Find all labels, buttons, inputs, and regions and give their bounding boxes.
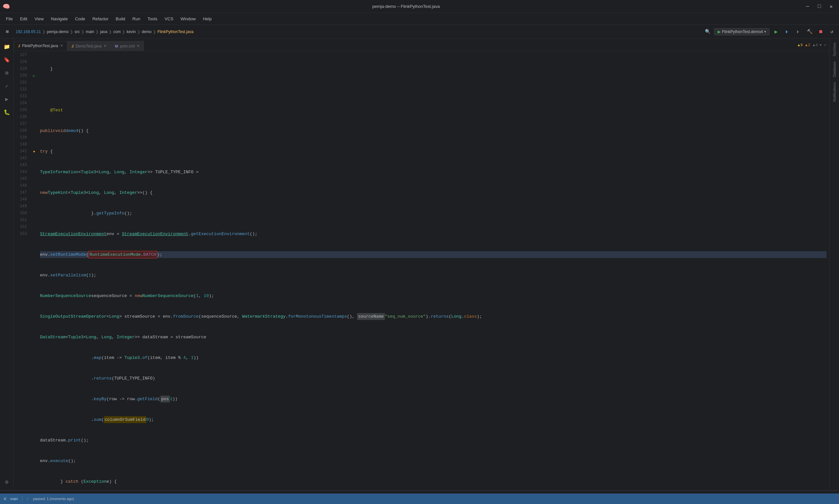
gutter-129	[31, 66, 37, 72]
breadcrumb-project[interactable]: pemja-demo	[47, 30, 69, 34]
notifications-panel[interactable]: Notifications	[831, 79, 838, 105]
git-branch[interactable]: main	[10, 497, 18, 501]
warning-dropdown[interactable]: ▾	[820, 42, 822, 47]
menu-tools[interactable]: Tools	[144, 15, 161, 23]
breadcrumb-kevin[interactable]: kevin	[126, 30, 136, 34]
menu-view[interactable]: View	[31, 15, 47, 23]
menu-run[interactable]: Run	[129, 15, 143, 23]
search-everywhere-btn[interactable]: 🔍	[703, 27, 712, 36]
minimize-button[interactable]: —	[802, 1, 813, 12]
menu-build[interactable]: Build	[113, 15, 129, 23]
gutter-136	[31, 114, 37, 121]
sysview-panel[interactable]: SysView	[831, 40, 838, 59]
gutter-153	[31, 231, 37, 237]
left-sidebar: 📁 🔖 ⊞ ✓ ▶ 🐛 ⚙	[0, 39, 14, 490]
breadcrumb: 192.168.65.11 ❯ pemja-demo ❯ src ❯ main …	[16, 30, 193, 34]
maximize-button[interactable]: □	[814, 1, 825, 12]
code-editor[interactable]: 127 128 129 130 131 132 133 134 135 136 …	[14, 51, 829, 490]
gutter: ▷ ●	[31, 51, 37, 490]
line-151: 151	[14, 217, 27, 224]
tab-flinkpythontest-label: FlinkPythonTest.java	[22, 43, 58, 48]
line-133: 133	[14, 93, 27, 100]
line-138: 138	[14, 127, 27, 134]
code-content[interactable]: } @Test public void demo4() { try { Type…	[37, 51, 829, 490]
line-128: 128	[14, 59, 27, 66]
code-line-135: StreamExecutionEnvironment env = StreamE…	[40, 231, 826, 237]
menu-help[interactable]: Help	[200, 15, 215, 23]
coverage-button[interactable]: ⏵	[794, 27, 803, 36]
code-line-128	[40, 86, 826, 93]
sidebar-settings-icon[interactable]: ⚙	[1, 476, 13, 488]
tab-pomxml[interactable]: M pom.xml ✕	[111, 41, 144, 51]
sidebar-bookmarks-icon[interactable]: 🔖	[1, 54, 13, 66]
breadcrumb-main[interactable]: main	[86, 30, 94, 34]
sidebar-run-icon[interactable]: ▶	[1, 94, 13, 105]
run-config-icon: ▶	[718, 30, 721, 34]
menu-vcs[interactable]: VCS	[161, 15, 177, 23]
menu-bar: File Edit View Navigate Code Refactor Bu…	[0, 13, 839, 25]
menu-refactor[interactable]: Refactor	[89, 15, 112, 23]
close-button[interactable]: ✕	[826, 1, 836, 12]
git-icon: ⑆	[4, 497, 6, 501]
stop-button[interactable]: ⏹	[816, 27, 825, 36]
tab-demotest[interactable]: J DemoTest.java ✕	[67, 41, 111, 51]
tab-pomxml-icon: M	[115, 44, 118, 48]
editor-area: J FlinkPythonTest.java ✕ J DemoTest.java…	[14, 39, 829, 490]
breadcrumb-sep2: ❯	[70, 30, 73, 34]
run-config-selector[interactable]: ▶ FlinkPythonTest.demo4 ▾	[714, 28, 770, 35]
tab-flinkpythontest[interactable]: J FlinkPythonTest.java ✕	[14, 41, 67, 51]
debug-button[interactable]: ⏵	[783, 27, 792, 36]
line-144: 144	[14, 169, 27, 176]
gutter-147	[31, 189, 37, 196]
warning-count-2: ▲2	[805, 42, 810, 47]
breadcrumb-java[interactable]: java	[100, 30, 107, 34]
gutter-148	[31, 196, 37, 203]
menu-window[interactable]: Window	[177, 15, 199, 23]
sidebar-debug2-icon[interactable]: 🐛	[1, 107, 13, 118]
sidebar-todo-icon[interactable]: ✓	[1, 80, 13, 92]
breadcrumb-com[interactable]: com	[113, 30, 121, 34]
tab-demotest-close[interactable]: ✕	[104, 44, 106, 48]
gutter-149	[31, 203, 37, 210]
code-line-140: DataStream<Tuple3<Long, Long, Integer>> …	[40, 334, 826, 341]
breadcrumb-src[interactable]: src	[74, 30, 80, 34]
database-panel[interactable]: Database	[831, 59, 838, 79]
sidebar-structure-icon[interactable]: ⊞	[1, 68, 13, 78]
breadcrumb-file[interactable]: FlinkPythonTest.java	[157, 30, 193, 34]
reload-button[interactable]: ↺	[827, 27, 836, 36]
line-136: 136	[14, 114, 27, 121]
run-button[interactable]: ▶	[771, 27, 781, 36]
gutter-132	[31, 86, 37, 93]
git-status-bar: ⑆ main ✓ passed: 1 (moments ago)	[0, 493, 839, 504]
breadcrumb-demo[interactable]: demo	[142, 30, 152, 34]
run-config-dropdown-icon: ▾	[764, 30, 766, 33]
line-150: 150	[14, 210, 27, 217]
gutter-139	[31, 134, 37, 141]
title-bar-left: 🧠	[3, 3, 10, 10]
breadcrumb-host[interactable]: 192.168.65.11	[16, 30, 41, 34]
gutter-143	[31, 162, 37, 169]
gutter-137	[31, 121, 37, 127]
menu-edit[interactable]: Edit	[17, 15, 31, 23]
build-button[interactable]: 🔨	[805, 27, 814, 36]
gutter-134	[31, 100, 37, 107]
code-line-129: @Test	[40, 107, 826, 114]
tab-demotest-label: DemoTest.java	[75, 44, 101, 49]
tab-pomxml-close[interactable]: ✕	[137, 44, 140, 48]
gutter-146	[31, 182, 37, 189]
tab-flinkpythontest-close[interactable]: ✕	[60, 43, 63, 48]
toolbar-project-btn[interactable]: ⊞	[3, 27, 12, 36]
toolbar: ⊞ 192.168.65.11 ❯ pemja-demo ❯ src ❯ mai…	[0, 25, 839, 39]
warning-maximize[interactable]: ⤢	[824, 42, 826, 47]
menu-file[interactable]: File	[3, 15, 16, 23]
menu-code[interactable]: Code	[72, 15, 88, 23]
gutter-130[interactable]: ▷	[31, 72, 37, 79]
tab-demotest-java-icon: J	[71, 44, 73, 48]
gutter-131	[31, 79, 37, 86]
gutter-151	[31, 217, 37, 224]
menu-navigate[interactable]: Navigate	[48, 15, 71, 23]
line-127: 127	[14, 52, 27, 59]
code-line-147: } catch (Exception e) {	[40, 478, 826, 485]
gutter-138	[31, 127, 37, 134]
sidebar-project-icon[interactable]: 📁	[1, 41, 13, 52]
